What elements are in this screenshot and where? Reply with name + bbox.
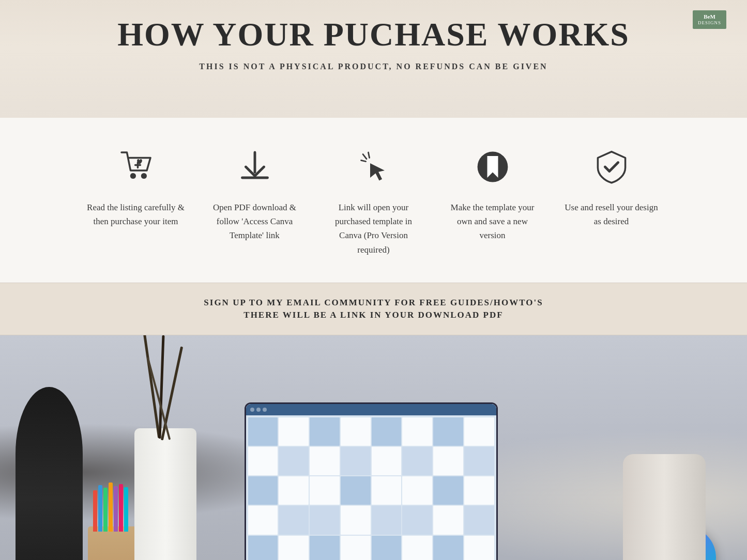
svg-point-1 [141, 173, 146, 179]
step-5-text: Use and resell your design as desired [562, 200, 661, 228]
laptop-screen [245, 402, 498, 560]
step-4-text: Make the template your own and save a ne… [444, 200, 542, 243]
page-title: HOW YOUR PUCHASE WORKS [41, 15, 706, 54]
laptop-content [246, 415, 496, 560]
cursor-icon [350, 144, 397, 190]
cart-icon [113, 144, 159, 190]
shield-check-icon [588, 144, 635, 190]
step-2-text: Open PDF download & follow 'Access Canva… [206, 200, 304, 243]
steps-section: Read the listing carefully & then purcha… [0, 118, 747, 283]
step-1-text: Read the listing carefully & then purcha… [87, 200, 185, 228]
step-4: Make the template your own and save a ne… [433, 144, 552, 257]
svg-line-4 [361, 160, 365, 161]
download-icon [232, 144, 278, 190]
svg-line-2 [363, 154, 367, 159]
email-banner-line2: THERE WILL BE A LINK IN YOUR DOWNLOAD PD… [21, 310, 726, 320]
laptop [245, 402, 503, 560]
brand-tagline: DESIGNS [698, 20, 721, 26]
white-vase [134, 428, 196, 560]
dark-bottle [16, 387, 83, 560]
brand-logo: BeM DESIGNS [693, 10, 726, 29]
textured-vase [623, 454, 706, 560]
step-1: Read the listing carefully & then purcha… [77, 144, 195, 257]
bookmark-icon [469, 144, 516, 190]
pencil-cup [88, 526, 140, 560]
step-3: Link will open your purchased template i… [314, 144, 433, 257]
email-banner: SIGN UP TO MY EMAIL COMMUNITY FOR FREE G… [0, 283, 747, 335]
page-subtitle: THIS IS NOT A PHYSICAL PRODUCT, NO REFUN… [41, 62, 706, 71]
svg-point-0 [130, 173, 135, 179]
top-section: BeM DESIGNS HOW YOUR PUCHASE WORKS THIS … [0, 0, 747, 118]
step-3-text: Link will open your purchased template i… [325, 200, 423, 257]
step-2: Open PDF download & follow 'Access Canva… [195, 144, 314, 257]
brand-name: BeM [698, 13, 721, 20]
step-5: Use and resell your design as desired [552, 144, 671, 257]
laptop-screen-inner [246, 404, 496, 560]
laptop-topbar [246, 404, 496, 415]
svg-line-3 [368, 152, 369, 158]
email-banner-line1: SIGN UP TO MY EMAIL COMMUNITY FOR FREE G… [21, 298, 726, 308]
desk-section: EDIT IN Canva [0, 335, 747, 560]
